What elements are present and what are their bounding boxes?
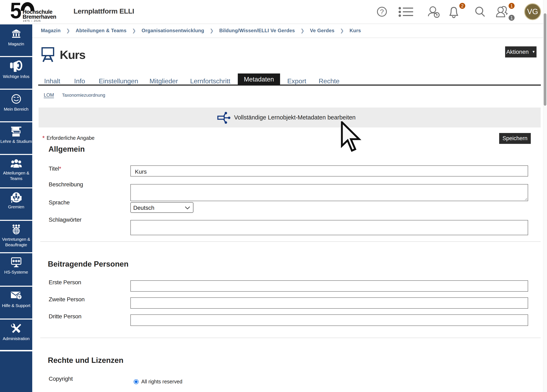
- svg-text:?: ?: [18, 295, 21, 299]
- svg-text:!: !: [436, 13, 437, 17]
- svg-text:5: 5: [10, 0, 21, 23]
- svg-text:Bremerhaven: Bremerhaven: [23, 14, 56, 20]
- svg-text:?: ?: [380, 8, 384, 16]
- svg-text:1975 – 2025: 1975 – 2025: [23, 19, 41, 22]
